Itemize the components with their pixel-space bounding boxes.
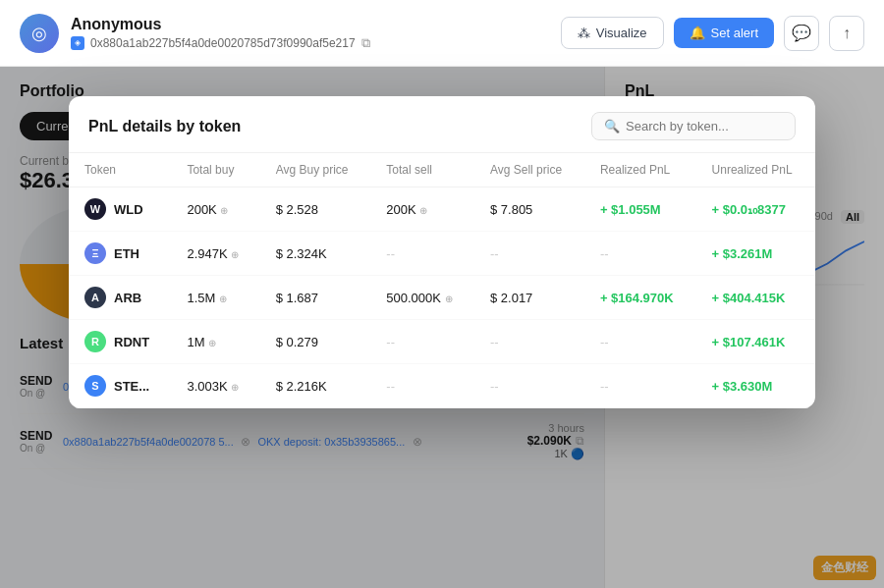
cell-avg-sell: $ 7.805: [474, 187, 584, 232]
token-name: WLD: [114, 202, 143, 217]
token-name: ETH: [114, 246, 139, 261]
copy-icon[interactable]: ⧉: [361, 35, 370, 51]
search-box: 🔍: [591, 112, 796, 140]
token-icon: R: [84, 331, 106, 352]
table-row: S STE... 3.003K ⊕ $ 2.216K -- -- -- + $3…: [69, 364, 815, 408]
pnl-table: Token Total buy Avg Buy price Total sell…: [69, 153, 815, 408]
cell-total-buy: 1M ⊕: [171, 320, 259, 364]
header-info: Anonymous ◈ 0x880a1ab227b5f4a0de0020785d…: [71, 16, 561, 51]
user-name: Anonymous: [71, 16, 561, 33]
visualize-button[interactable]: ⁂ Visualize: [561, 17, 664, 49]
set-alert-label: Set alert: [711, 26, 758, 40]
cell-avg-buy: $ 0.279: [260, 320, 371, 364]
cell-avg-sell: --: [474, 364, 584, 408]
share-button[interactable]: ↑: [829, 16, 864, 51]
cell-avg-sell: --: [474, 232, 584, 276]
token-icon: A: [84, 287, 106, 308]
cell-token: W WLD: [69, 187, 171, 232]
search-input[interactable]: [626, 119, 783, 134]
search-icon: 🔍: [604, 119, 620, 134]
cell-unrealized-pnl: + $404.415K: [696, 276, 815, 320]
token-name: STE...: [114, 379, 149, 394]
col-token: Token: [69, 153, 171, 187]
cell-realized-pnl: + $164.970K: [584, 276, 696, 320]
cell-realized-pnl: --: [584, 320, 696, 364]
cell-total-sell: 500.000K ⊕: [370, 276, 474, 320]
token-icon: S: [84, 375, 106, 397]
cell-realized-pnl: + $1.055M: [584, 187, 696, 232]
cell-realized-pnl: --: [584, 232, 696, 276]
header-actions: ⁂ Visualize 🔔 Set alert 💬 ↑: [561, 16, 864, 51]
header-address: ◈ 0x880a1ab227b5f4a0de0020785d73f0990af5…: [71, 35, 561, 51]
cell-token: A ARB: [69, 276, 171, 320]
modal-overlay[interactable]: PnL details by token 🔍 Token Total buy A…: [0, 67, 884, 588]
cell-total-buy: 3.003K ⊕: [171, 364, 259, 408]
cell-total-buy: 2.947K ⊕: [171, 232, 259, 276]
wallet-address: 0x880a1ab227b5f4a0de0020785d73f0990af5e2…: [90, 36, 356, 50]
header: ◎ Anonymous ◈ 0x880a1ab227b5f4a0de002078…: [0, 0, 884, 67]
cell-realized-pnl: --: [584, 364, 696, 408]
col-avg-sell: Avg Sell price: [474, 153, 584, 187]
cell-unrealized-pnl: + $107.461K: [696, 320, 815, 364]
cell-token: S STE...: [69, 364, 171, 408]
cell-token: Ξ ETH: [69, 232, 171, 276]
avatar: ◎: [20, 14, 59, 53]
cell-avg-buy: $ 2.528: [260, 187, 371, 232]
token-icon: Ξ: [84, 242, 106, 264]
cell-total-sell: --: [370, 232, 474, 276]
pnl-details-modal: PnL details by token 🔍 Token Total buy A…: [69, 96, 815, 408]
cell-unrealized-pnl: + $3.630M: [696, 364, 815, 408]
token-icon: W: [84, 198, 106, 220]
wechat-button[interactable]: 💬: [784, 16, 819, 51]
col-realized-pnl: Realized PnL: [584, 153, 696, 187]
cell-avg-buy: $ 2.216K: [260, 364, 371, 408]
bell-icon: 🔔: [690, 26, 705, 40]
col-unrealized-pnl: Unrealized PnL: [696, 153, 815, 187]
visualize-icon: ⁂: [578, 26, 590, 40]
col-avg-buy: Avg Buy price: [260, 153, 371, 187]
token-name: RDNT: [114, 335, 149, 349]
table-row: W WLD 200K ⊕ $ 2.528 200K ⊕ $ 7.805 + $1…: [69, 187, 815, 232]
modal-title: PnL details by token: [88, 118, 241, 135]
cell-avg-buy: $ 2.324K: [260, 232, 371, 276]
table-row: R RDNT 1M ⊕ $ 0.279 -- -- -- + $107.461K: [69, 320, 815, 364]
cell-unrealized-pnl: + $3.261M: [696, 232, 815, 276]
col-total-sell: Total sell: [370, 153, 474, 187]
cell-unrealized-pnl: + $0.0₁₀8377: [696, 187, 815, 232]
table-row: Ξ ETH 2.947K ⊕ $ 2.324K -- -- -- + $3.26…: [69, 232, 815, 276]
set-alert-button[interactable]: 🔔 Set alert: [674, 18, 774, 48]
col-total-buy: Total buy: [171, 153, 259, 187]
cell-token: R RDNT: [69, 320, 171, 364]
cell-avg-sell: --: [474, 320, 584, 364]
table-header-row: Token Total buy Avg Buy price Total sell…: [69, 153, 815, 187]
cell-total-sell: --: [370, 320, 474, 364]
cell-total-sell: --: [370, 364, 474, 408]
token-name: ARB: [114, 291, 141, 305]
cell-total-buy: 200K ⊕: [171, 187, 259, 232]
cell-avg-buy: $ 1.687: [260, 276, 371, 320]
address-icon: ◈: [71, 36, 84, 50]
modal-header: PnL details by token 🔍: [69, 96, 815, 153]
visualize-label: Visualize: [596, 26, 647, 40]
cell-total-sell: 200K ⊕: [370, 187, 474, 232]
cell-avg-sell: $ 2.017: [474, 276, 584, 320]
cell-total-buy: 1.5M ⊕: [171, 276, 259, 320]
table-row: A ARB 1.5M ⊕ $ 1.687 500.000K ⊕ $ 2.017 …: [69, 276, 815, 320]
